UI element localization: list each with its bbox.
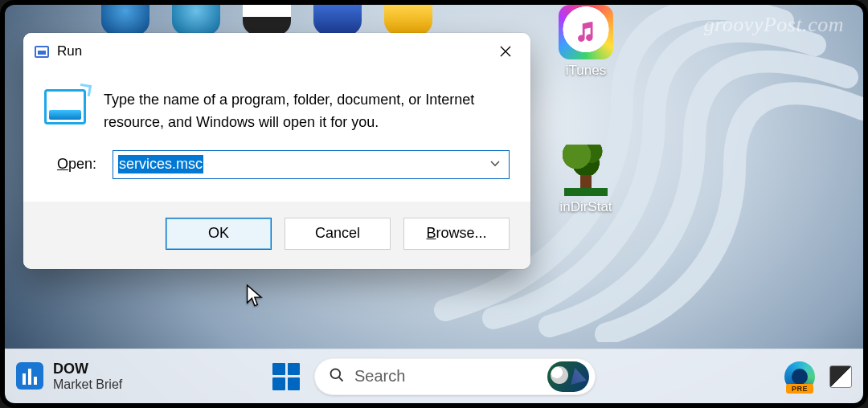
run-instruction: Type the name of a program, folder, docu… [104, 89, 510, 134]
background-dock-icons [101, 5, 432, 35]
cancel-button[interactable]: Cancel [285, 218, 391, 250]
start-button[interactable] [272, 363, 300, 390]
pre-badge: PRE [786, 384, 813, 394]
search-icon [329, 367, 345, 386]
browse-button[interactable]: Browse... [403, 218, 510, 250]
open-label: Open: [57, 156, 96, 173]
desktop-icon-label: iTunes [566, 63, 606, 79]
run-dialog: Run Type the name of a program, folder, … [23, 33, 530, 269]
edge-preview-button[interactable]: PRE [784, 361, 815, 392]
ok-button[interactable]: OK [166, 218, 272, 250]
search-placeholder: Search [354, 367, 538, 386]
itunes-icon [559, 5, 613, 59]
dialog-footer: OK Cancel Browse... [23, 202, 530, 269]
chevron-down-icon[interactable] [489, 157, 501, 172]
widget-title: DOW [53, 361, 122, 377]
desktop-icon-itunes[interactable]: iTunes [542, 5, 630, 79]
titlebar[interactable]: Run [23, 33, 530, 70]
window-title: Run [57, 43, 82, 59]
search-highlight-icon [547, 361, 589, 392]
svg-point-0 [331, 369, 341, 378]
desktop-icon-windirstat[interactable]: inDirStat [542, 145, 630, 215]
desktop-icon-label: inDirStat [559, 199, 612, 215]
run-icon [35, 46, 49, 58]
close-icon [499, 45, 512, 58]
svg-line-1 [339, 377, 343, 381]
task-view-button[interactable] [829, 365, 852, 388]
widgets-button[interactable]: DOW Market Brief [16, 361, 122, 391]
watermark: groovyPost.com [704, 13, 844, 37]
taskbar-search[interactable]: Search [314, 358, 596, 395]
run-large-icon [44, 89, 86, 124]
open-input-value: services.msc [118, 155, 203, 173]
windirstat-icon [558, 145, 614, 196]
close-button[interactable] [487, 36, 524, 67]
cursor-icon [246, 284, 265, 312]
desktop: groovyPost.com iTunes inDirStat Run [5, 5, 863, 403]
stocks-icon [16, 362, 43, 390]
open-combobox[interactable]: services.msc [113, 150, 510, 179]
widget-subtitle: Market Brief [53, 377, 122, 392]
taskbar: DOW Market Brief Search PRE [5, 349, 863, 403]
